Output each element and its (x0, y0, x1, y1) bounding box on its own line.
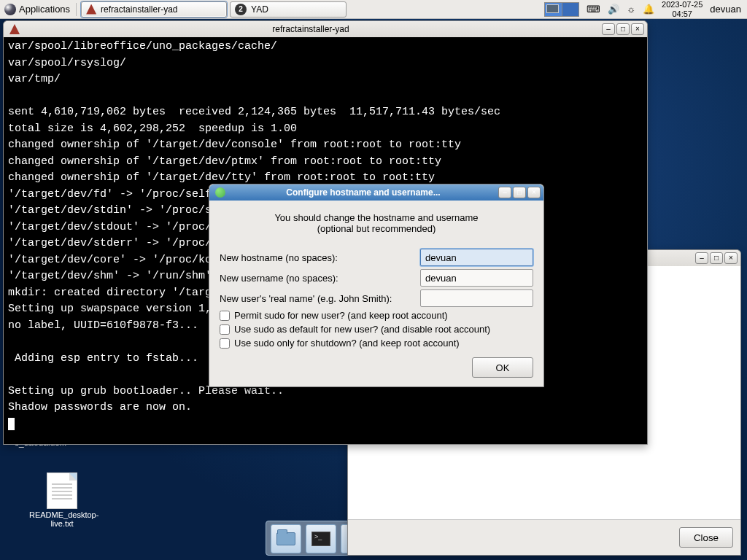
maximize-button[interactable]: □ (616, 23, 630, 35)
refracta-icon (86, 4, 96, 15)
checkbox-label: Use sudo as default for new user? (and d… (234, 324, 490, 335)
titlebar[interactable]: Configure hostname and username... – □ × (209, 184, 543, 201)
task-refractainstaller[interactable]: refractainstaller-yad (81, 1, 227, 18)
task-yad[interactable]: 2 YAD (230, 1, 347, 18)
sudo-permit-checkbox[interactable] (220, 311, 230, 321)
close-button[interactable]: × (724, 252, 738, 264)
configure-hostname-dialog: Configure hostname and username... – □ ×… (209, 184, 544, 387)
maximize-button[interactable]: □ (710, 252, 723, 264)
sudo-default-checkbox[interactable] (220, 324, 230, 335)
dialog-body: You should change the hostname and usern… (209, 201, 543, 386)
realname-label: New user's 'real name' (e.g. John Smith)… (220, 293, 420, 304)
volume-icon[interactable]: 🔊 (608, 4, 619, 15)
top-panel: Applications refractainstaller-yad 2 YAD… (0, 0, 747, 19)
sudo-shutdown-checkbox[interactable] (220, 338, 230, 349)
titlebar[interactable]: refractainstaller-yad – □ × (4, 21, 647, 37)
minimize-button[interactable]: – (602, 23, 615, 35)
hostname-input[interactable] (420, 249, 533, 266)
dock-home-folder[interactable] (271, 524, 301, 553)
applications-menu[interactable]: Applications (0, 0, 74, 18)
username-label: New username (no spaces): (220, 273, 420, 284)
clock[interactable]: 2023-07-25 04:57 (662, 0, 703, 18)
applications-label: Applications (19, 4, 70, 15)
realname-input[interactable] (420, 289, 533, 307)
hostname-label: New hostname (no spaces): (220, 252, 420, 263)
minimize-button[interactable]: – (695, 252, 708, 264)
bell-icon[interactable]: 🔔 (643, 4, 654, 15)
task-list: refractainstaller-yad 2 YAD (81, 1, 347, 18)
distro-logo-icon (4, 4, 16, 15)
refracta-icon (9, 24, 20, 34)
close-button[interactable]: × (631, 23, 644, 35)
task-count-badge: 2 (235, 4, 247, 15)
dock-terminal[interactable] (306, 524, 336, 553)
maximize-button[interactable]: □ (513, 187, 526, 198)
window-title: refractainstaller-yad (23, 24, 599, 34)
workspace-switcher[interactable] (544, 2, 579, 17)
sudo-shutdown-row[interactable]: Use sudo only for shutdown? (and keep ro… (220, 338, 533, 349)
sun-icon[interactable]: ☼ (627, 4, 635, 15)
dialog-footer: Close (348, 519, 740, 555)
separator (76, 3, 77, 16)
close-button[interactable]: × (527, 187, 541, 198)
system-tray: ⌨ 🔊 ☼ 🔔 2023-07-25 04:57 devuan (538, 0, 747, 18)
readme-desktop-icon[interactable]: README_desktop-live.txt (29, 472, 95, 528)
user-label[interactable]: devuan (710, 4, 741, 15)
dialog-title: Configure hostname and username... (231, 187, 495, 198)
task-label: YAD (251, 4, 268, 15)
checkbox-label: Permit sudo for new user? (and keep root… (234, 310, 448, 321)
sudo-default-row[interactable]: Use sudo as default for new user? (and d… (220, 324, 533, 335)
dialog-intro: You should change the hostname and usern… (220, 212, 533, 234)
text-file-icon (47, 472, 77, 509)
username-input[interactable] (420, 269, 533, 287)
keyboard-icon[interactable]: ⌨ (587, 4, 600, 15)
yad-icon (215, 187, 225, 198)
sudo-permit-row[interactable]: Permit sudo for new user? (and keep root… (220, 310, 533, 321)
icon-label: README_desktop-live.txt (29, 510, 95, 528)
checkbox-label: Use sudo only for shutdown? (and keep ro… (234, 338, 460, 349)
ok-button[interactable]: OK (472, 357, 533, 378)
close-button[interactable]: Close (679, 527, 733, 548)
minimize-button[interactable]: – (498, 187, 511, 198)
task-label: refractainstaller-yad (101, 4, 177, 15)
